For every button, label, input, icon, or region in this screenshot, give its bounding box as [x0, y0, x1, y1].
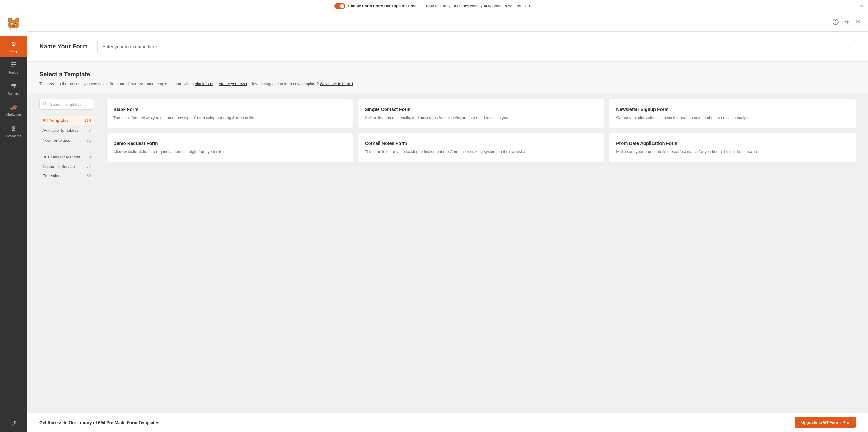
filter-biz-ops-label: Business Operations	[42, 155, 80, 159]
filter-business-operations[interactable]: Business Operations 368	[39, 153, 94, 162]
template-card-desc: This form is for anyone looking to imple…	[365, 149, 598, 155]
template-card-simple-contact[interactable]: Simple Contact Form Collect the names, e…	[358, 99, 604, 128]
template-browser: All Templates 694 Available Templates 47…	[27, 93, 868, 413]
right-panel: ? Help ✕ Name Your Form Select a Templat…	[27, 12, 868, 432]
suggestion-link[interactable]: We'd love to hear it	[320, 81, 353, 86]
sidebar-bottom: ↺	[0, 416, 27, 432]
marketing-icon: 📣	[10, 104, 18, 111]
help-button[interactable]: ? Help	[833, 19, 849, 25]
backup-toggle[interactable]	[334, 3, 345, 9]
svg-point-7	[11, 23, 12, 24]
template-card-cornell-notes[interactable]: Cornell Notes Form This form is for anyo…	[358, 133, 604, 162]
help-label: Help	[840, 20, 849, 24]
header-actions: ? Help ✕	[833, 18, 861, 26]
filter-biz-ops-count: 368	[84, 155, 91, 159]
filter-customer-service[interactable]: Customer Service 74	[39, 162, 94, 171]
app-wrapper: ⚙ Setup Fields Settings 📣 Marketing $ Pa…	[0, 12, 868, 432]
filter-new-templates[interactable]: New Templates 61	[39, 136, 94, 145]
filter-customer-service-label: Customer Service	[42, 164, 75, 169]
fields-icon	[10, 62, 17, 69]
filter-panel: All Templates 694 Available Templates 47…	[39, 93, 100, 413]
filter-all-templates[interactable]: All Templates 694	[39, 116, 94, 125]
select-template-title: Select a Template	[39, 71, 856, 78]
filter-all-count: 694	[84, 118, 91, 123]
filter-all-label: All Templates	[42, 118, 69, 123]
filter-available-label: Available Templates	[42, 128, 79, 133]
form-name-section: Name Your Form	[27, 32, 868, 62]
template-card-title: Demo Request Form	[113, 140, 346, 146]
sidebar-item-revisions[interactable]: ↺	[0, 416, 27, 432]
svg-point-18	[15, 85, 16, 86]
blank-form-link[interactable]: blank form	[195, 81, 213, 86]
top-bar-title: Enable Form Entry Backups for Free	[348, 4, 416, 8]
top-bar-close-button[interactable]: ×	[860, 3, 863, 9]
filter-new-label: New Templates	[42, 138, 70, 143]
svg-point-20	[43, 102, 46, 105]
create-own-link[interactable]: create your own	[219, 81, 247, 86]
filter-available-count: 47	[87, 128, 91, 133]
template-card-newsletter-signup[interactable]: Newsletter Signup Form Gather your site …	[609, 99, 856, 128]
sidebar-item-settings[interactable]: Settings	[0, 78, 27, 100]
svg-point-19	[14, 86, 15, 88]
top-notification-bar: Enable Form Entry Backups for Free | Eas…	[0, 0, 868, 12]
filter-available-templates[interactable]: Available Templates 47	[39, 126, 94, 135]
sidebar-item-fields-label: Fields	[9, 71, 18, 74]
sidebar-item-setup[interactable]: ⚙ Setup	[0, 36, 27, 57]
template-card-title: Simple Contact Form	[365, 107, 598, 112]
top-bar-content: Enable Form Entry Backups for Free | Eas…	[334, 3, 534, 9]
filter-education-label: Education	[42, 174, 61, 178]
form-name-label: Name Your Form	[39, 43, 88, 50]
template-card-blank[interactable]: Blank Form The blank form allows you to …	[106, 99, 353, 128]
upgrade-text: Get Access to Our Library of 694 Pre-Mad…	[39, 420, 159, 425]
sidebar-item-marketing[interactable]: 📣 Marketing	[0, 100, 27, 121]
settings-icon	[10, 83, 17, 90]
templates-grid: Blank Form The blank form allows you to …	[106, 99, 856, 162]
template-card-desc: Collect the names, emails, and messages …	[365, 115, 598, 121]
templates-grid-wrap: Blank Form The blank form allows you to …	[100, 93, 856, 413]
svg-rect-16	[11, 64, 16, 65]
sidebar-item-setup-label: Setup	[9, 49, 18, 53]
close-button[interactable]: ✕	[855, 18, 861, 26]
wpforms-logo	[6, 16, 22, 32]
svg-line-21	[45, 104, 47, 106]
payments-icon: $	[12, 125, 16, 133]
sidebar-item-fields[interactable]: Fields	[0, 57, 27, 78]
template-card-desc: Allow website visitors to request a demo…	[113, 149, 346, 155]
template-card-prom-date[interactable]: Prom Date Application Form Make sure you…	[609, 133, 856, 162]
svg-point-10	[13, 25, 14, 26]
form-name-input[interactable]	[97, 40, 856, 53]
filter-customer-service-count: 74	[87, 164, 91, 169]
template-card-title: Blank Form	[113, 107, 346, 112]
template-card-desc: Make sure your prom date is the perfect …	[616, 149, 849, 155]
filter-education[interactable]: Education 62	[39, 171, 94, 180]
sidebar-item-settings-label: Settings	[7, 92, 20, 95]
sidebar-logo	[0, 12, 27, 36]
revisions-icon: ↺	[11, 420, 17, 428]
search-wrap	[39, 99, 94, 110]
top-bar-desc: Easily restore your entries when you upg…	[424, 4, 534, 8]
filter-education-count: 62	[87, 174, 91, 178]
sidebar: ⚙ Setup Fields Settings 📣 Marketing $ Pa…	[0, 12, 27, 432]
search-input[interactable]	[39, 99, 94, 110]
svg-rect-15	[11, 62, 16, 63]
filter-divider	[39, 149, 94, 149]
upgrade-button[interactable]: Upgrade to WPForms Pro	[795, 417, 856, 428]
sidebar-item-marketing-label: Marketing	[6, 113, 21, 116]
top-bar-separator: |	[420, 4, 421, 8]
svg-point-8	[15, 23, 16, 24]
sidebar-item-payments-label: Payments	[6, 134, 21, 138]
select-template-section: Select a Template To speed up the proces…	[27, 62, 868, 93]
select-template-desc: To speed up the process you can select f…	[39, 81, 856, 87]
template-card-demo-request[interactable]: Demo Request Form Allow website visitors…	[106, 133, 353, 162]
template-card-title: Newsletter Signup Form	[616, 107, 849, 112]
filter-new-count: 61	[87, 138, 91, 143]
setup-icon: ⚙	[11, 41, 17, 48]
sidebar-item-payments[interactable]: $ Payments	[0, 121, 27, 142]
svg-rect-17	[11, 66, 14, 67]
header-bar: ? Help ✕	[27, 12, 868, 32]
template-card-title: Cornell Notes Form	[365, 140, 598, 146]
template-card-title: Prom Date Application Form	[616, 140, 849, 146]
template-card-desc: Gather your site visitors' contact infor…	[616, 115, 849, 121]
upgrade-bar: Get Access to Our Library of 694 Pre-Mad…	[27, 412, 868, 432]
search-icon	[42, 102, 47, 107]
